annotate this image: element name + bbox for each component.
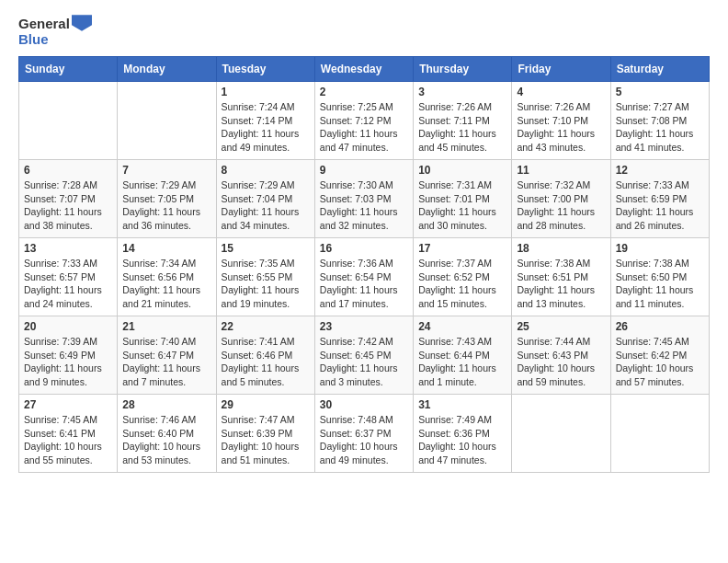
day-info: Sunrise: 7:31 AM Sunset: 7:01 PM Dayligh…: [418, 178, 506, 233]
calendar-cell: 2Sunrise: 7:25 AM Sunset: 7:12 PM Daylig…: [314, 82, 413, 160]
calendar-cell: 20Sunrise: 7:39 AM Sunset: 6:49 PM Dayli…: [19, 316, 118, 395]
day-number: 31: [418, 398, 506, 411]
day-number: 18: [517, 242, 605, 255]
day-info: Sunrise: 7:25 AM Sunset: 7:12 PM Dayligh…: [320, 100, 408, 155]
day-number: 7: [122, 164, 210, 177]
day-number: 22: [222, 320, 310, 333]
calendar-cell: 4Sunrise: 7:26 AM Sunset: 7:10 PM Daylig…: [512, 82, 610, 160]
logo: GeneralBlue: [18, 15, 92, 47]
day-number: 13: [24, 242, 112, 255]
day-info: Sunrise: 7:29 AM Sunset: 7:04 PM Dayligh…: [222, 178, 310, 233]
calendar-cell: 26Sunrise: 7:45 AM Sunset: 6:42 PM Dayli…: [610, 316, 709, 395]
day-number: 19: [616, 242, 704, 255]
day-number: 16: [320, 242, 408, 255]
calendar-cell: 28Sunrise: 7:46 AM Sunset: 6:40 PM Dayli…: [118, 395, 216, 473]
calendar-cell: 29Sunrise: 7:47 AM Sunset: 6:39 PM Dayli…: [216, 395, 314, 473]
day-number: 21: [122, 320, 210, 333]
day-number: 15: [222, 242, 310, 255]
calendar-cell: 12Sunrise: 7:33 AM Sunset: 6:59 PM Dayli…: [610, 160, 709, 238]
calendar-cell: 21Sunrise: 7:40 AM Sunset: 6:47 PM Dayli…: [118, 316, 216, 395]
day-number: 3: [418, 86, 506, 98]
weekday-header-tuesday: Tuesday: [216, 57, 314, 82]
weekday-header-wednesday: Wednesday: [314, 57, 413, 82]
day-info: Sunrise: 7:36 AM Sunset: 6:54 PM Dayligh…: [320, 257, 408, 311]
calendar-cell: 9Sunrise: 7:30 AM Sunset: 7:03 PM Daylig…: [314, 160, 413, 238]
day-number: 17: [418, 242, 506, 255]
calendar-cell: [118, 82, 216, 160]
calendar-cell: 14Sunrise: 7:34 AM Sunset: 6:56 PM Dayli…: [118, 238, 216, 316]
day-info: Sunrise: 7:37 AM Sunset: 6:52 PM Dayligh…: [418, 257, 506, 311]
calendar-cell: 19Sunrise: 7:38 AM Sunset: 6:50 PM Dayli…: [610, 238, 709, 316]
day-info: Sunrise: 7:24 AM Sunset: 7:14 PM Dayligh…: [222, 100, 310, 155]
day-info: Sunrise: 7:30 AM Sunset: 7:03 PM Dayligh…: [320, 178, 408, 233]
day-number: 23: [320, 320, 408, 333]
calendar-week-row: 1Sunrise: 7:24 AM Sunset: 7:14 PM Daylig…: [19, 82, 710, 160]
day-number: 25: [517, 320, 605, 333]
day-info: Sunrise: 7:38 AM Sunset: 6:50 PM Dayligh…: [616, 257, 704, 311]
day-number: 8: [222, 164, 310, 177]
calendar-table: SundayMondayTuesdayWednesdayThursdayFrid…: [18, 56, 710, 473]
calendar-week-row: 27Sunrise: 7:45 AM Sunset: 6:41 PM Dayli…: [19, 395, 710, 473]
day-info: Sunrise: 7:28 AM Sunset: 7:07 PM Dayligh…: [24, 178, 112, 233]
day-number: 4: [517, 86, 605, 98]
weekday-header-saturday: Saturday: [610, 57, 709, 82]
day-info: Sunrise: 7:27 AM Sunset: 7:08 PM Dayligh…: [616, 100, 704, 155]
weekday-header-monday: Monday: [118, 57, 216, 82]
calendar-cell: [610, 395, 709, 473]
day-number: 10: [418, 164, 506, 177]
day-info: Sunrise: 7:44 AM Sunset: 6:43 PM Dayligh…: [517, 335, 605, 389]
calendar-week-row: 6Sunrise: 7:28 AM Sunset: 7:07 PM Daylig…: [19, 160, 710, 238]
day-number: 6: [24, 164, 112, 177]
day-number: 5: [616, 86, 704, 98]
calendar-cell: 10Sunrise: 7:31 AM Sunset: 7:01 PM Dayli…: [414, 160, 512, 238]
calendar-week-row: 13Sunrise: 7:33 AM Sunset: 6:57 PM Dayli…: [19, 238, 710, 316]
day-info: Sunrise: 7:32 AM Sunset: 7:00 PM Dayligh…: [517, 178, 605, 233]
day-info: Sunrise: 7:41 AM Sunset: 6:46 PM Dayligh…: [222, 335, 310, 389]
day-number: 20: [24, 320, 112, 333]
day-number: 29: [222, 398, 310, 411]
calendar-week-row: 20Sunrise: 7:39 AM Sunset: 6:49 PM Dayli…: [19, 316, 710, 395]
calendar-cell: 17Sunrise: 7:37 AM Sunset: 6:52 PM Dayli…: [414, 238, 512, 316]
day-info: Sunrise: 7:34 AM Sunset: 6:56 PM Dayligh…: [122, 257, 210, 311]
day-number: 26: [616, 320, 704, 333]
svg-marker-0: [72, 15, 92, 31]
day-number: 12: [616, 164, 704, 177]
day-info: Sunrise: 7:43 AM Sunset: 6:44 PM Dayligh…: [418, 335, 506, 389]
day-info: Sunrise: 7:47 AM Sunset: 6:39 PM Dayligh…: [222, 413, 310, 467]
logo-arrow-icon: [72, 15, 92, 31]
day-info: Sunrise: 7:46 AM Sunset: 6:40 PM Dayligh…: [122, 413, 210, 467]
day-info: Sunrise: 7:29 AM Sunset: 7:05 PM Dayligh…: [122, 178, 210, 233]
day-info: Sunrise: 7:39 AM Sunset: 6:49 PM Dayligh…: [24, 335, 112, 389]
calendar-cell: 24Sunrise: 7:43 AM Sunset: 6:44 PM Dayli…: [414, 316, 512, 395]
calendar-cell: 5Sunrise: 7:27 AM Sunset: 7:08 PM Daylig…: [610, 82, 709, 160]
calendar-cell: 27Sunrise: 7:45 AM Sunset: 6:41 PM Dayli…: [19, 395, 118, 473]
day-info: Sunrise: 7:35 AM Sunset: 6:55 PM Dayligh…: [222, 257, 310, 311]
calendar-cell: 7Sunrise: 7:29 AM Sunset: 7:05 PM Daylig…: [118, 160, 216, 238]
calendar-cell: 8Sunrise: 7:29 AM Sunset: 7:04 PM Daylig…: [216, 160, 314, 238]
day-info: Sunrise: 7:26 AM Sunset: 7:10 PM Dayligh…: [517, 100, 605, 155]
calendar-cell: 15Sunrise: 7:35 AM Sunset: 6:55 PM Dayli…: [216, 238, 314, 316]
day-info: Sunrise: 7:45 AM Sunset: 6:41 PM Dayligh…: [24, 413, 112, 467]
calendar-cell: 31Sunrise: 7:49 AM Sunset: 6:36 PM Dayli…: [414, 395, 512, 473]
day-info: Sunrise: 7:42 AM Sunset: 6:45 PM Dayligh…: [320, 335, 408, 389]
day-number: 1: [222, 86, 310, 98]
calendar-cell: 1Sunrise: 7:24 AM Sunset: 7:14 PM Daylig…: [216, 82, 314, 160]
calendar-cell: 11Sunrise: 7:32 AM Sunset: 7:00 PM Dayli…: [512, 160, 610, 238]
logo-blue-text: Blue: [18, 31, 49, 47]
day-number: 11: [517, 164, 605, 177]
calendar-cell: 23Sunrise: 7:42 AM Sunset: 6:45 PM Dayli…: [314, 316, 413, 395]
calendar-cell: 18Sunrise: 7:38 AM Sunset: 6:51 PM Dayli…: [512, 238, 610, 316]
day-info: Sunrise: 7:33 AM Sunset: 6:59 PM Dayligh…: [616, 178, 704, 233]
day-info: Sunrise: 7:40 AM Sunset: 6:47 PM Dayligh…: [122, 335, 210, 389]
day-number: 24: [418, 320, 506, 333]
day-info: Sunrise: 7:33 AM Sunset: 6:57 PM Dayligh…: [24, 257, 112, 311]
weekday-header-sunday: Sunday: [19, 57, 118, 82]
day-number: 30: [320, 398, 408, 411]
calendar-cell: 30Sunrise: 7:48 AM Sunset: 6:37 PM Dayli…: [314, 395, 413, 473]
day-number: 9: [320, 164, 408, 177]
day-info: Sunrise: 7:26 AM Sunset: 7:11 PM Dayligh…: [418, 100, 506, 155]
calendar-cell: [19, 82, 118, 160]
logo-general-text: General: [18, 16, 70, 31]
day-info: Sunrise: 7:38 AM Sunset: 6:51 PM Dayligh…: [517, 257, 605, 311]
calendar-cell: [512, 395, 610, 473]
